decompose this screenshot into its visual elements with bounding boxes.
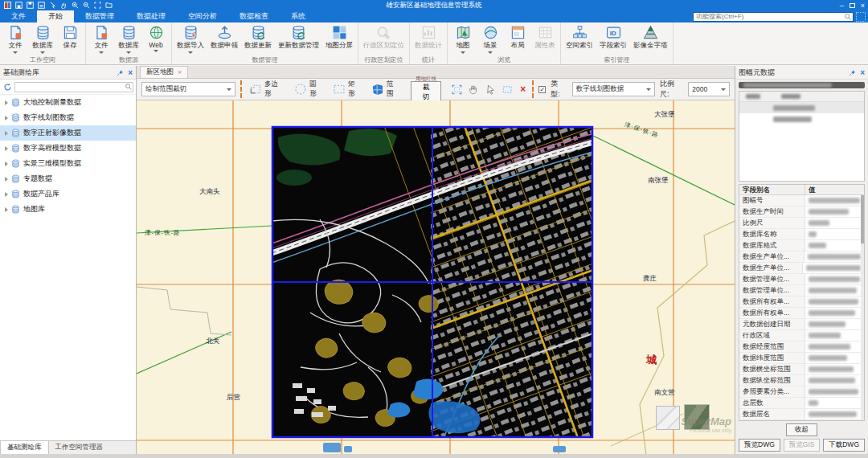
tab-system[interactable]: 系统: [280, 10, 317, 22]
field-row[interactable]: 元数据创建日期: [739, 319, 864, 330]
tab-data-management[interactable]: 数据管理: [74, 10, 125, 22]
tab-data-check[interactable]: 数据检查: [228, 10, 280, 22]
field-row[interactable]: 行政区域: [739, 330, 864, 341]
workspace-database-button[interactable]: 数据库: [29, 23, 56, 55]
refresh-icon[interactable]: [3, 83, 12, 92]
bottom-tab-workspace-manager[interactable]: 工作空间管理器: [49, 441, 110, 454]
field-row[interactable]: 图幅号: [739, 195, 864, 207]
scale-select[interactable]: 2000: [688, 82, 730, 96]
data-update-button[interactable]: 数据更新: [241, 23, 275, 55]
field-row[interactable]: 数据库格式: [739, 240, 864, 251]
tree-item-dem-data[interactable]: 数字高程模型数据: [0, 141, 136, 156]
data-statistics-button[interactable]: 数据统计: [411, 23, 445, 55]
field-row[interactable]: 数据经度范围: [739, 341, 864, 353]
tree-item-real3d-data[interactable]: 实景三维模型数据: [0, 156, 136, 171]
full-extent-icon[interactable]: [93, 2, 102, 10]
type-checkbox[interactable]: ✓: [538, 86, 546, 93]
select-icon[interactable]: [48, 2, 57, 10]
map-split-button[interactable]: 地图分屏: [322, 23, 356, 55]
datasource-file-button[interactable]: 文件: [88, 23, 115, 55]
zoom-out-icon[interactable]: [82, 2, 91, 10]
district-locate-button[interactable]: 行政区划定位: [360, 23, 407, 55]
preview-dwg-button[interactable]: 预览DWG: [739, 439, 780, 452]
clear-icon[interactable]: ×: [518, 84, 527, 94]
workspace-file-button[interactable]: 文件: [2, 23, 29, 55]
field-row[interactable]: 数据横坐标范围: [739, 364, 864, 375]
minimize-button[interactable]: –: [840, 2, 844, 10]
sheet-row[interactable]: [739, 102, 864, 113]
pan-hand-icon[interactable]: [468, 84, 480, 96]
tree-item-geodetic-control[interactable]: 大地控制测量数据: [0, 95, 136, 110]
function-search-input[interactable]: [693, 12, 854, 22]
polygon-tool[interactable]: 多边形: [247, 80, 287, 99]
field-row[interactable]: 数据生产单位...: [739, 251, 864, 263]
select-arrow-icon[interactable]: [485, 84, 497, 96]
field-row[interactable]: 参照要素分类...: [739, 386, 864, 398]
type-select[interactable]: 数字线划图数据: [572, 82, 655, 96]
close-panel-icon[interactable]: ×: [860, 69, 865, 76]
tab-data-processing[interactable]: 数据处理: [125, 10, 177, 22]
pan-icon[interactable]: [59, 2, 68, 10]
rectangle-tool[interactable]: 矩形: [330, 80, 364, 99]
field-row[interactable]: 数据层名: [739, 409, 864, 420]
attribute-table-button[interactable]: 属性表: [531, 23, 559, 55]
open-folder-icon[interactable]: [104, 2, 113, 10]
data-import-button[interactable]: 数据导入: [174, 23, 207, 55]
layout-button[interactable]: 布局: [504, 23, 531, 55]
save-workspace-icon[interactable]: [37, 2, 46, 10]
pin-icon[interactable]: [117, 69, 124, 76]
map-button[interactable]: 地图: [449, 23, 477, 55]
field-row[interactable]: 数据所有权单...: [739, 296, 864, 308]
collapse-button[interactable]: 收起: [786, 423, 817, 436]
close-tab-icon[interactable]: ×: [178, 68, 182, 76]
circle-tool[interactable]: 圆形: [292, 80, 326, 99]
save-all-icon[interactable]: [26, 2, 35, 10]
field-row[interactable]: 数据生产时间: [739, 207, 864, 218]
save-icon[interactable]: [14, 2, 23, 10]
rect-zoom-icon[interactable]: [502, 84, 514, 96]
close-panel-icon[interactable]: ×: [128, 69, 133, 76]
bottom-tab-catalog[interactable]: 基础测绘库: [0, 441, 49, 454]
map-canvas[interactable]: 大南头 津-保-铁-路 北关 后营 大张堡 津-保-铁-路 南张堡 龚庄 城 南…: [137, 100, 735, 454]
tree-item-dlg-data[interactable]: 数字线划图数据: [0, 110, 136, 125]
tab-spatial-analysis[interactable]: 空间分析: [177, 10, 228, 22]
field-row[interactable]: 数据库名称: [739, 229, 864, 240]
scrollbar[interactable]: [861, 195, 864, 420]
tree-item-map-library[interactable]: 地图库: [0, 202, 136, 217]
dock-layout-icon[interactable]: [856, 12, 866, 22]
sheet-row[interactable]: [739, 113, 864, 125]
zoom-extent-icon[interactable]: [451, 84, 463, 96]
field-index-button[interactable]: 字段索引: [596, 23, 630, 55]
field-row[interactable]: 数据管理单位...: [739, 274, 864, 285]
clip-mode-select[interactable]: 绘制范围裁切: [141, 82, 235, 96]
image-pyramid-button[interactable]: 影像金字塔: [630, 23, 671, 55]
tab-file[interactable]: 文件: [0, 10, 37, 22]
maximize-button[interactable]: [850, 3, 855, 8]
field-row[interactable]: 总层数: [739, 398, 864, 409]
catalog-search-input[interactable]: [14, 82, 133, 92]
close-button[interactable]: ×: [861, 2, 865, 10]
spatial-index-button[interactable]: 空间索引: [563, 23, 596, 55]
field-row[interactable]: 数据生产单位...: [739, 263, 864, 274]
scene-button[interactable]: 场景: [477, 23, 504, 55]
scrollbar-thumb[interactable]: [861, 195, 864, 243]
field-row[interactable]: 数据纵坐标范围: [739, 375, 864, 386]
tree-item-product-library[interactable]: 数据产品库: [0, 186, 136, 202]
update-data-manage-button[interactable]: 更新数据管理: [275, 23, 322, 55]
tab-start[interactable]: 开始: [37, 10, 74, 22]
street-map-thumbnail[interactable]: [656, 406, 680, 430]
datasource-database-button[interactable]: 数据库: [115, 23, 142, 55]
preview-gis-button[interactable]: 预览GIS: [784, 439, 821, 452]
field-row[interactable]: 比例尺: [739, 218, 864, 229]
tree-item-thematic-data[interactable]: 专题数据: [0, 171, 136, 186]
field-row[interactable]: 数据管理单位...: [739, 285, 864, 296]
zoom-in-icon[interactable]: [71, 2, 80, 10]
field-row[interactable]: 数据纬度范围: [739, 353, 864, 364]
save-button[interactable]: 保存: [56, 23, 84, 55]
download-dwg-button[interactable]: 下载DWG: [823, 439, 865, 452]
map-document-tab[interactable]: 新区地图×: [140, 66, 188, 78]
pin-icon[interactable]: [849, 69, 856, 76]
tree-item-dom-data[interactable]: 数字正射影像数据: [0, 125, 136, 141]
range-tool[interactable]: 范围: [369, 80, 403, 99]
data-claim-button[interactable]: 数据申领: [207, 23, 241, 55]
